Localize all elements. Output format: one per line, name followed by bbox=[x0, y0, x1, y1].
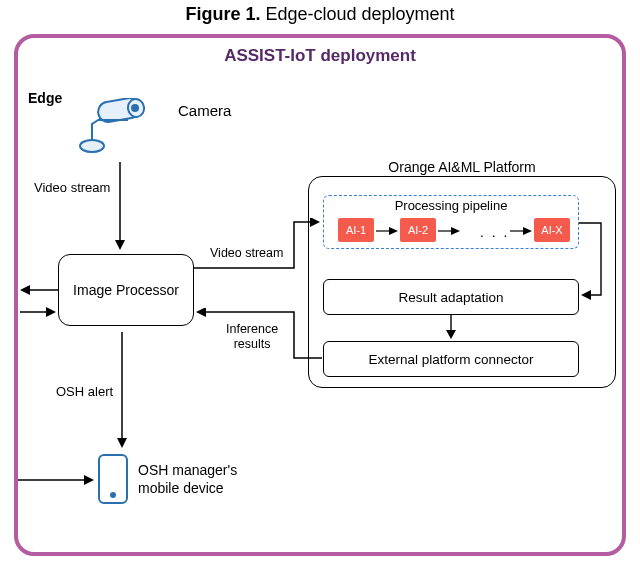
deployment-container: ASSIST-IoT deployment Edge Camera Video … bbox=[14, 34, 626, 556]
arrow-result-to-connector bbox=[443, 315, 459, 341]
edge-label: Edge bbox=[28, 90, 62, 106]
arrow-processor-in-left bbox=[18, 304, 60, 320]
svg-marker-24 bbox=[84, 475, 94, 485]
arrow-processor-out-left bbox=[18, 282, 60, 298]
ai-step-x: AI-X bbox=[534, 218, 570, 242]
svg-marker-7 bbox=[20, 285, 30, 295]
svg-marker-20 bbox=[446, 330, 456, 339]
video-stream-label-1: Video stream bbox=[34, 180, 110, 195]
image-processor-label: Image Processor bbox=[73, 282, 179, 298]
arrow-ai1-ai2 bbox=[376, 225, 400, 237]
result-adaptation-box: Result adaptation bbox=[323, 279, 579, 315]
image-processor-box: Image Processor bbox=[58, 254, 194, 326]
camera-label: Camera bbox=[178, 102, 231, 119]
ai-platform-container: Orange AI&ML Platform Processing pipelin… bbox=[308, 176, 616, 388]
camera-icon bbox=[70, 98, 150, 160]
external-connector-box: External platform connector bbox=[323, 341, 579, 377]
ai-platform-title: Orange AI&ML Platform bbox=[309, 159, 615, 175]
svg-point-0 bbox=[80, 140, 104, 152]
svg-marker-5 bbox=[115, 240, 125, 250]
ai-step-1: AI-1 bbox=[338, 218, 374, 242]
arrow-processor-to-phone bbox=[112, 332, 132, 450]
inference-results-label: Inference results bbox=[226, 322, 278, 352]
video-stream-label-2: Video stream bbox=[210, 246, 283, 260]
svg-marker-9 bbox=[46, 307, 56, 317]
mobile-device-label: OSH manager's mobile device bbox=[138, 462, 237, 497]
arrow-pipeline-to-result bbox=[577, 217, 613, 303]
figure-number: Figure 1. bbox=[185, 4, 260, 24]
svg-marker-22 bbox=[117, 438, 127, 448]
arrow-in-phone bbox=[18, 472, 98, 488]
svg-marker-11 bbox=[196, 308, 206, 317]
figure-caption: Figure 1. Edge-cloud deployment bbox=[0, 0, 640, 31]
pipeline-title: Processing pipeline bbox=[324, 198, 578, 213]
processing-pipeline-container: Processing pipeline AI-1 AI-2 . . . AI-X bbox=[323, 195, 579, 249]
osh-alert-label: OSH alert bbox=[56, 384, 113, 399]
svg-marker-15 bbox=[451, 227, 460, 235]
figure-caption-text: Edge-cloud deployment bbox=[265, 4, 454, 24]
svg-point-3 bbox=[132, 105, 138, 111]
svg-marker-13 bbox=[389, 227, 398, 235]
ai-step-2: AI-2 bbox=[400, 218, 436, 242]
arrow-camera-to-processor bbox=[110, 162, 130, 252]
arrow-ai2-dots bbox=[438, 225, 462, 237]
svg-marker-18 bbox=[581, 290, 591, 300]
mobile-device-icon bbox=[98, 454, 128, 504]
ai-ellipsis: . . . bbox=[480, 224, 509, 240]
svg-marker-17 bbox=[523, 227, 532, 235]
deployment-title: ASSIST-IoT deployment bbox=[18, 46, 622, 66]
arrow-dots-aix bbox=[510, 225, 534, 237]
